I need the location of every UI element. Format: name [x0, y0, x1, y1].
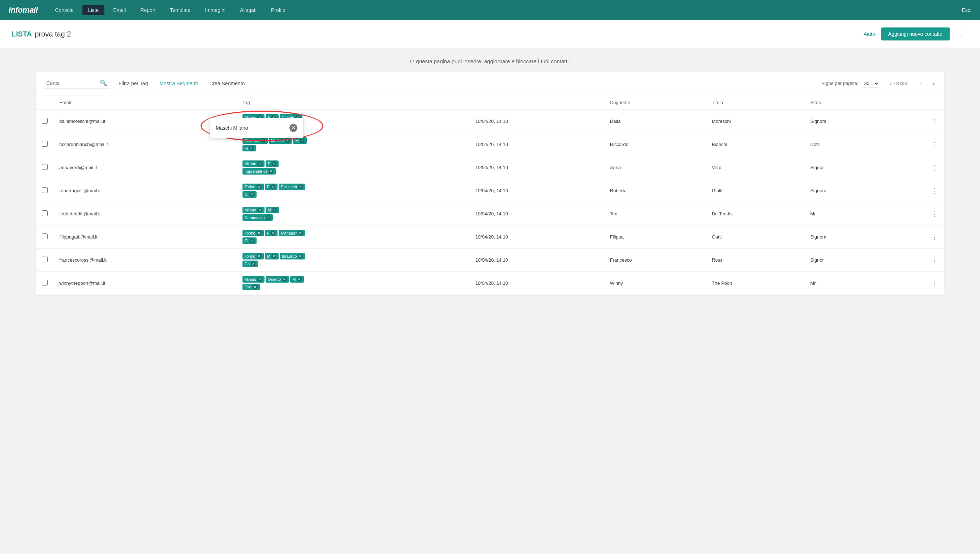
row-checkbox[interactable]: [42, 256, 48, 263]
row-checkbox[interactable]: [42, 187, 48, 193]
navbar: infomail Console Liste Email Report Temp…: [0, 0, 980, 20]
row-checkbox[interactable]: [42, 141, 48, 147]
tag-remove-button[interactable]: ✕: [271, 254, 277, 259]
tag: M ✕: [290, 276, 304, 283]
tag: M ✕: [265, 253, 278, 259]
row-checkbox-cell: [36, 133, 54, 156]
add-contact-button[interactable]: Aggiungi nuovo contatto: [881, 27, 950, 40]
row-titolo: Signor: [804, 156, 889, 179]
row-nome: Anna: [604, 156, 706, 179]
filter-tag-button[interactable]: Filtra per Tag: [116, 78, 151, 89]
next-page-button[interactable]: ›: [930, 78, 937, 89]
tag-remove-button[interactable]: ✕: [249, 146, 254, 151]
tag-remove-button[interactable]: ✕: [256, 184, 262, 189]
tag-remove-button[interactable]: ✕: [253, 284, 258, 290]
row-titolo: Signora: [804, 226, 889, 248]
row-more-button[interactable]: ⋮: [889, 110, 944, 133]
row-checkbox[interactable]: [42, 210, 48, 216]
col-checkbox: [36, 96, 54, 110]
nav-liste[interactable]: Liste: [83, 5, 105, 15]
row-more-button[interactable]: ⋮: [889, 179, 944, 202]
row-email: robertagialli@mail.it: [54, 179, 237, 202]
row-titolo: Signor: [804, 248, 889, 272]
tag-remove-button[interactable]: ✕: [256, 231, 262, 236]
table-row: filippagatti@mail.itTorino ✕F ✕Manager ✕…: [36, 226, 944, 248]
help-button[interactable]: Aiuto: [864, 31, 875, 37]
crea-segmento-button[interactable]: Crea Segmento: [206, 78, 248, 89]
tag-remove-button[interactable]: ✕: [266, 215, 270, 220]
col-actions: [889, 96, 944, 110]
tag-remove-button[interactable]: ✕: [272, 207, 277, 212]
nav-allegati[interactable]: Allegati: [234, 5, 262, 15]
row-checkbox[interactable]: [42, 280, 48, 285]
tag-remove-button[interactable]: ✕: [271, 161, 277, 166]
tag: Ci ✕: [242, 237, 256, 244]
segment-close-button[interactable]: ✕: [290, 124, 298, 132]
row-checkbox[interactable]: [42, 164, 48, 170]
prev-page-button[interactable]: ‹: [918, 78, 924, 89]
tag: Torino ✕: [242, 253, 264, 259]
table-row: daliamoreschi@mail.itMilano ✕F ✕Cliente …: [36, 110, 944, 133]
nav-email[interactable]: Email: [107, 5, 132, 15]
tag: Clie ✕: [242, 284, 260, 290]
row-nome: Winny: [604, 272, 706, 295]
row-date: 10/04/20, 14:10: [470, 272, 604, 295]
more-options-button[interactable]: ⋮: [955, 28, 969, 40]
tag-remove-button[interactable]: ✕: [251, 261, 256, 266]
tag: Medico ✕: [269, 137, 292, 144]
row-more-button[interactable]: ⋮: [889, 272, 944, 295]
tag: Milano ✕: [242, 207, 264, 213]
tag: F ✕: [265, 230, 278, 236]
tag-remove-button[interactable]: ✕: [270, 231, 275, 236]
tag-remove-button[interactable]: ✕: [257, 161, 262, 166]
nav-profilo[interactable]: Profilo: [265, 5, 291, 15]
row-titolo: Mr.: [804, 272, 889, 295]
row-tags: Milano ✕F ✕Imprenditrice ✕: [237, 156, 470, 179]
tag-remove-button[interactable]: ✕: [261, 138, 266, 143]
tag-remove-button[interactable]: ✕: [299, 138, 305, 143]
row-cognome: Bianchi: [706, 133, 804, 156]
exit-button[interactable]: Esci: [962, 7, 971, 13]
tag-remove-button[interactable]: ✕: [298, 254, 303, 259]
mostra-segmenti-button[interactable]: Mostra Segmenti: [156, 78, 200, 89]
nav-immagini[interactable]: Immagini: [199, 5, 231, 15]
nav-template[interactable]: Template: [164, 5, 196, 15]
tag-remove-button[interactable]: ✕: [249, 238, 255, 243]
nav-console[interactable]: Console: [49, 5, 79, 15]
nav-report[interactable]: Report: [134, 5, 161, 15]
row-nome: Riccardo: [604, 133, 706, 156]
row-more-button[interactable]: ⋮: [889, 156, 944, 179]
tag: Palermo ✕: [242, 137, 268, 144]
row-tags: Milano ✕M ✕Commesso ✕: [237, 202, 470, 226]
row-checkbox[interactable]: [42, 234, 48, 239]
row-date: 10/04/20, 14:10: [470, 110, 604, 133]
tag-remove-button[interactable]: ✕: [257, 207, 262, 212]
row-checkbox[interactable]: [42, 118, 48, 124]
row-more-button[interactable]: ⋮: [889, 226, 944, 248]
tag: M ✕: [293, 137, 307, 144]
row-more-button[interactable]: ⋮: [889, 133, 944, 156]
row-checkbox-cell: [36, 110, 54, 133]
row-more-button[interactable]: ⋮: [889, 202, 944, 226]
tag-remove-button[interactable]: ✕: [298, 231, 303, 236]
tag-remove-button[interactable]: ✕: [297, 277, 302, 282]
tag-remove-button[interactable]: ✕: [298, 184, 303, 189]
tag-remove-button[interactable]: ✕: [285, 138, 290, 143]
tag-remove-button[interactable]: ✕: [256, 254, 262, 259]
tag-remove-button[interactable]: ✕: [257, 277, 262, 282]
row-nome: Ted: [604, 202, 706, 226]
tag-remove-button[interactable]: ✕: [282, 277, 287, 282]
table-row: robertagialli@mail.itTorino ✕F ✕Poliziot…: [36, 179, 944, 202]
tag-remove-button[interactable]: ✕: [269, 169, 274, 174]
tag-remove-button[interactable]: ✕: [249, 192, 255, 197]
search-input[interactable]: [46, 80, 97, 86]
col-cognome: Cognome: [604, 96, 706, 110]
rows-per-page-select[interactable]: 25 50 100: [861, 80, 879, 88]
row-more-button[interactable]: ⋮: [889, 248, 944, 272]
table-row: annaverdi@mail.itMilano ✕F ✕Imprenditric…: [36, 156, 944, 179]
row-checkbox-cell: [36, 226, 54, 248]
tag-remove-button[interactable]: ✕: [270, 184, 275, 189]
row-cognome: De Teddis: [706, 202, 804, 226]
row-cognome: Gialli: [706, 179, 804, 202]
row-email: daliamoreschi@mail.it: [54, 110, 237, 133]
